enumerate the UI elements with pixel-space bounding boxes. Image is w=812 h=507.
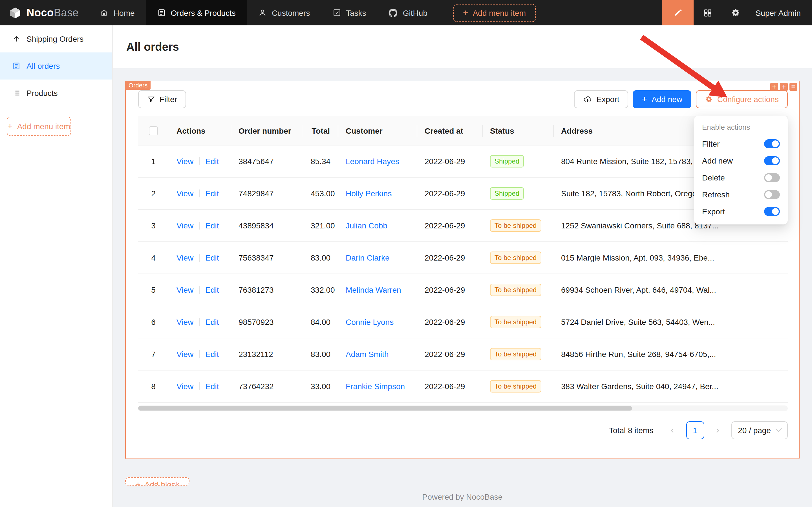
view-link[interactable]: View xyxy=(176,253,193,263)
table-row[interactable]: 7 ViewEdit 23132112 83.00 Adam Smith 202… xyxy=(138,338,788,371)
chevron-left-icon xyxy=(669,428,676,434)
sidebar-item-all-orders[interactable]: All orders xyxy=(0,52,112,79)
chevron-right-icon xyxy=(714,428,721,434)
user-menu[interactable]: Super Admin xyxy=(750,0,812,25)
created-at-cell: 2022-06-29 xyxy=(417,338,482,371)
next-page-button[interactable] xyxy=(708,421,727,440)
navbar-right: Super Admin xyxy=(662,0,812,25)
table-row[interactable]: 4 ViewEdit 75638347 83.00 Darin Clarke 2… xyxy=(138,242,788,274)
customer-link[interactable]: Adam Smith xyxy=(346,350,389,359)
ui-editor-button[interactable] xyxy=(662,0,694,25)
view-link[interactable]: View xyxy=(176,350,193,359)
customer-link[interactable]: Connie Lyons xyxy=(346,318,394,327)
configure-actions-button[interactable]: Configure actions xyxy=(696,90,788,108)
menu-item-export[interactable]: Export xyxy=(694,203,788,220)
select-all-checkbox[interactable] xyxy=(149,127,158,135)
menu-square-icon[interactable]: ≡ xyxy=(790,83,797,91)
settings-button[interactable] xyxy=(722,0,750,25)
orders-table: Actions Order number Total Customer Crea… xyxy=(138,116,788,403)
edit-link[interactable]: Edit xyxy=(205,221,219,230)
export-toggle[interactable] xyxy=(764,207,780,216)
filter-toggle[interactable] xyxy=(764,139,780,148)
nav-item-orders-products[interactable]: Orders & Products xyxy=(146,0,247,25)
page-title: All orders xyxy=(126,40,179,53)
row-index: 6 xyxy=(151,318,156,327)
nav-item-home[interactable]: Home xyxy=(89,0,146,25)
nocobase-logo[interactable]: NocoBase xyxy=(0,0,89,25)
table-row[interactable]: 1 ViewEdit 38475647 85.34 Leonard Hayes … xyxy=(138,146,788,178)
table-row[interactable]: 3 ViewEdit 43895834 321.00 Julian Cobb 2… xyxy=(138,210,788,242)
add-new-toggle[interactable] xyxy=(764,156,780,165)
address-cell: 69934 Schoen River, Apt. 646, 49704, Wal… xyxy=(553,274,788,306)
menu-item-refresh[interactable]: Refresh xyxy=(694,186,788,203)
nav-item-customers[interactable]: Customers xyxy=(247,0,321,25)
edit-link[interactable]: Edit xyxy=(205,253,219,263)
customer-link[interactable]: Leonard Hayes xyxy=(346,157,399,166)
edit-link[interactable]: Edit xyxy=(205,189,219,198)
export-button[interactable]: Export xyxy=(574,90,629,108)
main-menu: Home Orders & Products Customers Tasks G… xyxy=(89,0,439,25)
plus-square-icon[interactable]: + xyxy=(780,83,788,91)
plus-square-icon[interactable]: + xyxy=(770,83,778,91)
row-index: 5 xyxy=(151,286,156,295)
table-row[interactable]: 2 ViewEdit 74829847 453.00 Holly Perkins… xyxy=(138,178,788,210)
sidebar-add-menu-item-button[interactable]: + Add menu item xyxy=(7,117,71,136)
filter-icon xyxy=(147,95,155,103)
edit-link[interactable]: Edit xyxy=(205,318,219,327)
customer-link[interactable]: Melinda Warren xyxy=(346,286,401,295)
view-link[interactable]: View xyxy=(176,221,193,230)
plus-icon: + xyxy=(463,8,468,17)
horizontal-scrollbar xyxy=(138,406,788,411)
view-link[interactable]: View xyxy=(176,382,193,391)
row-index: 7 xyxy=(151,350,156,359)
add-new-button[interactable]: + Add new xyxy=(633,90,691,108)
table-row[interactable]: 8 ViewEdit 73764232 33.00 Frankie Simpso… xyxy=(138,371,788,403)
add-block-button[interactable]: + Add block xyxy=(125,477,189,486)
enable-actions-dropdown: Enable actions Filter Add new Delete xyxy=(694,116,788,224)
status-tag: To be shipped xyxy=(490,284,541,296)
order-number-cell: 43895834 xyxy=(231,210,303,242)
divider xyxy=(199,350,199,358)
filter-button[interactable]: Filter xyxy=(138,90,186,108)
divider xyxy=(199,383,199,391)
menu-item-filter[interactable]: Filter xyxy=(694,135,788,152)
view-link[interactable]: View xyxy=(176,157,193,166)
order-number-cell: 98570923 xyxy=(231,306,303,338)
sidebar-item-shipping-orders[interactable]: Shipping Orders xyxy=(0,25,112,52)
nav-item-tasks[interactable]: Tasks xyxy=(321,0,378,25)
page-number-button[interactable]: 1 xyxy=(686,421,704,440)
edit-link[interactable]: Edit xyxy=(205,157,219,166)
github-icon xyxy=(389,8,398,17)
table-row[interactable]: 6 ViewEdit 98570923 84.00 Connie Lyons 2… xyxy=(138,306,788,338)
customer-link[interactable]: Darin Clarke xyxy=(346,253,390,263)
order-number-cell: 76381273 xyxy=(231,274,303,306)
add-menu-item-button[interactable]: + Add menu item xyxy=(453,4,535,22)
sidebar-item-products[interactable]: Products xyxy=(0,79,112,107)
nav-item-github[interactable]: GitHub xyxy=(378,0,439,25)
refresh-toggle[interactable] xyxy=(764,190,780,199)
page-size-select[interactable]: 20 / page xyxy=(731,421,788,440)
logo-cube-icon xyxy=(9,6,21,19)
prev-page-button[interactable] xyxy=(663,421,682,440)
row-index: 2 xyxy=(151,189,156,198)
table-row[interactable]: 5 ViewEdit 76381273 332.00 Melinda Warre… xyxy=(138,274,788,306)
top-navbar: NocoBase Home Orders & Products Customer… xyxy=(0,0,812,25)
edit-link[interactable]: Edit xyxy=(205,286,219,295)
delete-toggle[interactable] xyxy=(764,173,780,182)
customer-link[interactable]: Frankie Simpson xyxy=(346,382,405,391)
customer-link[interactable]: Holly Perkins xyxy=(346,189,392,198)
view-link[interactable]: View xyxy=(176,318,193,327)
address-cell: 5724 Daniel Drive, Suite 563, 54403, Wen… xyxy=(553,306,788,338)
edit-link[interactable]: Edit xyxy=(205,382,219,391)
sidebar: Shipping Orders All orders Products + Ad… xyxy=(0,25,113,507)
edit-link[interactable]: Edit xyxy=(205,350,219,359)
view-link[interactable]: View xyxy=(176,286,193,295)
chevron-down-icon xyxy=(776,426,782,432)
plugins-button[interactable] xyxy=(694,0,722,25)
menu-item-delete[interactable]: Delete xyxy=(694,169,788,186)
row-index: 4 xyxy=(151,253,156,263)
scrollbar-thumb[interactable] xyxy=(138,406,632,411)
menu-item-add-new[interactable]: Add new xyxy=(694,152,788,169)
customer-link[interactable]: Julian Cobb xyxy=(346,221,387,230)
view-link[interactable]: View xyxy=(176,189,193,198)
